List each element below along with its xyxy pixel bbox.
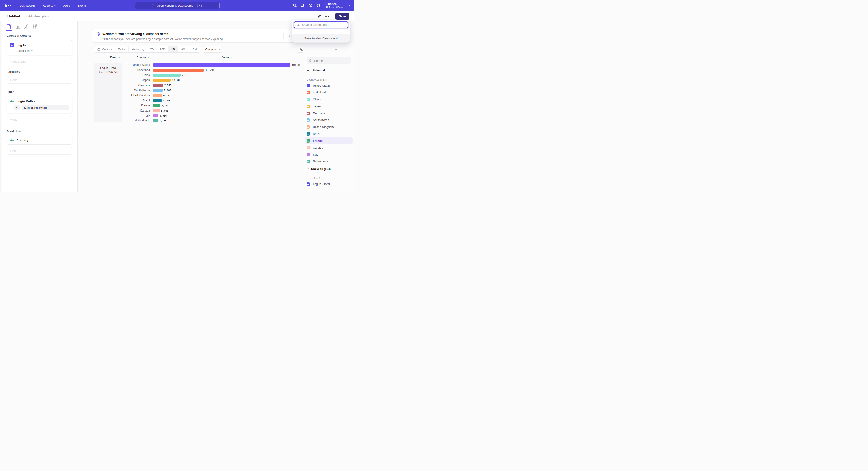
apps-grid-icon[interactable] xyxy=(301,4,305,8)
legend-item-china[interactable]: China xyxy=(305,96,352,103)
nav-item-users[interactable]: Users xyxy=(63,4,70,7)
checkbox-brazil[interactable] xyxy=(307,132,310,136)
mixpanel-logo-icon[interactable] xyxy=(4,4,11,7)
bar-undefined[interactable] xyxy=(153,68,204,72)
save-dashboard-search-input[interactable]: Save to dashboard... xyxy=(294,22,348,28)
checkbox-japan[interactable] xyxy=(307,105,310,108)
global-search-input[interactable]: Open Reports & Dashboards ⌘ + K xyxy=(135,2,220,9)
select-all-row[interactable]: Select all xyxy=(307,69,351,72)
checkbox-south-korea[interactable] xyxy=(307,118,310,122)
nav-item-reports[interactable]: Reports xyxy=(43,4,56,7)
bar-france[interactable] xyxy=(153,104,160,107)
save-to-new-dashboard-button[interactable]: Save to New Dashboard xyxy=(292,34,350,42)
legend-item-label: undefined xyxy=(313,91,326,94)
range-6m[interactable]: 6M xyxy=(178,47,188,53)
legend-item-brazil[interactable]: Brazil xyxy=(305,130,352,138)
range-today[interactable]: Today xyxy=(115,47,129,53)
add-filter-button[interactable]: + Add xyxy=(6,116,72,123)
add-formula-button[interactable]: + Add xyxy=(6,76,72,84)
column-header-value[interactable]: Value xyxy=(222,56,232,59)
bar-brazil[interactable] xyxy=(153,99,162,102)
column-header-country[interactable]: Country xyxy=(136,56,149,59)
add-metric-button[interactable]: + Add Metric xyxy=(6,58,72,65)
checkbox-germany[interactable] xyxy=(307,112,310,115)
range-label: Today xyxy=(118,48,125,51)
checkbox-netherlands[interactable] xyxy=(307,160,310,163)
legend-item-undefined[interactable]: undefined xyxy=(305,89,352,96)
nav-item-dashboards[interactable]: Dashboards xyxy=(20,4,35,7)
filter-card[interactable]: Aa Login Method = Manual Password xyxy=(6,97,72,113)
legend-item-germany[interactable]: Germany xyxy=(305,110,352,117)
range-7d[interactable]: 7D xyxy=(147,47,157,53)
tab-insights[interactable] xyxy=(6,24,11,31)
bar-italy[interactable] xyxy=(153,114,158,117)
filter-property-name[interactable]: Login Method xyxy=(17,99,36,103)
nav-item-label: Dashboards xyxy=(20,4,35,7)
filter-operator[interactable]: = xyxy=(13,105,20,110)
event-series-cell[interactable]: Log In - Total Overall276.5K xyxy=(94,63,122,122)
range-3m[interactable]: 3M xyxy=(168,47,178,53)
breakdown-card[interactable]: Aa Country xyxy=(6,136,72,145)
tab-flows[interactable] xyxy=(24,24,29,31)
bar-value-label: 38.55K xyxy=(205,69,214,71)
legend-item-italy[interactable]: Italy xyxy=(305,151,352,158)
range-12m[interactable]: 12M xyxy=(188,47,199,53)
select-all-checkbox[interactable] xyxy=(307,69,310,72)
events-cohorts-header[interactable]: Events & Cohorts xyxy=(6,34,72,37)
nav-item-events[interactable]: Events xyxy=(78,4,87,7)
checkbox-undefined[interactable] xyxy=(307,91,310,94)
copy-link-icon[interactable] xyxy=(317,14,321,18)
legend-event-row[interactable]: Log In - Total xyxy=(307,182,351,186)
range-30d[interactable]: 30D xyxy=(157,47,168,53)
checkbox-italy[interactable] xyxy=(307,153,310,156)
legend-item-united-kingdom[interactable]: United Kingdom xyxy=(305,123,352,130)
add-description-field[interactable]: + Add description... xyxy=(26,14,51,18)
legend-item-south-korea[interactable]: South Korea xyxy=(305,117,352,124)
settings-gear-icon[interactable] xyxy=(316,3,320,8)
legend-item-netherlands[interactable]: Netherlands xyxy=(305,158,352,165)
legend-search-input[interactable]: Search xyxy=(307,57,351,64)
filter-value[interactable]: Manual Password xyxy=(22,105,69,110)
event-checkbox[interactable] xyxy=(307,182,310,186)
tab-retention[interactable] xyxy=(33,24,38,31)
bar-south-korea[interactable] xyxy=(153,89,162,92)
checkbox-canada[interactable] xyxy=(307,146,310,149)
metric-card[interactable]: A Log In Count Total xyxy=(6,40,72,55)
bar-united-kingdom[interactable] xyxy=(153,94,162,97)
kebab-menu-icon[interactable] xyxy=(68,100,69,102)
help-icon[interactable] xyxy=(308,3,313,8)
bar-germany[interactable] xyxy=(153,84,163,87)
legend-item-united-states[interactable]: United States xyxy=(305,82,352,89)
project-switcher[interactable]: Finance All Project Data xyxy=(326,2,343,9)
bar-japan[interactable] xyxy=(153,79,170,82)
range-custom[interactable]: Custom xyxy=(94,47,115,53)
checkbox-france[interactable] xyxy=(307,139,310,143)
more-options-icon[interactable] xyxy=(325,16,329,17)
kebab-menu-icon[interactable] xyxy=(68,140,69,141)
column-header-event[interactable]: Event xyxy=(110,56,120,59)
checkbox-china[interactable] xyxy=(307,98,310,101)
tab-funnels[interactable] xyxy=(15,24,20,31)
bar-netherlands[interactable] xyxy=(153,119,158,122)
show-all-button[interactable]: Show all (184) xyxy=(307,167,351,171)
legend-item-label: China xyxy=(313,98,320,101)
kebab-menu-icon[interactable] xyxy=(68,45,69,46)
checkbox-united-states[interactable] xyxy=(307,84,310,87)
aggregation-dropdown[interactable]: Count Total xyxy=(17,49,69,53)
report-title[interactable]: Untitled xyxy=(7,14,20,18)
legend-item-japan[interactable]: Japan xyxy=(305,103,352,110)
data-gear-icon[interactable] xyxy=(293,3,297,8)
bar-canada[interactable] xyxy=(153,109,160,112)
range-yesterday[interactable]: Yesterday xyxy=(129,47,147,53)
bar-united-states[interactable] xyxy=(153,63,290,66)
compare-dropdown[interactable]: Compare xyxy=(203,46,223,53)
breakdown-property-name[interactable]: Country xyxy=(17,139,28,142)
save-button[interactable]: Save xyxy=(336,13,349,20)
checkbox-united-kingdom[interactable] xyxy=(307,125,310,129)
metric-event-name[interactable]: Log In xyxy=(17,43,26,47)
bar-china[interactable] xyxy=(153,73,181,77)
legend-item-canada[interactable]: Canada xyxy=(305,144,352,151)
legend-item-france[interactable]: France xyxy=(305,137,352,144)
add-breakdown-button[interactable]: + Add xyxy=(6,147,72,154)
chevron-down-icon[interactable] xyxy=(348,4,350,6)
